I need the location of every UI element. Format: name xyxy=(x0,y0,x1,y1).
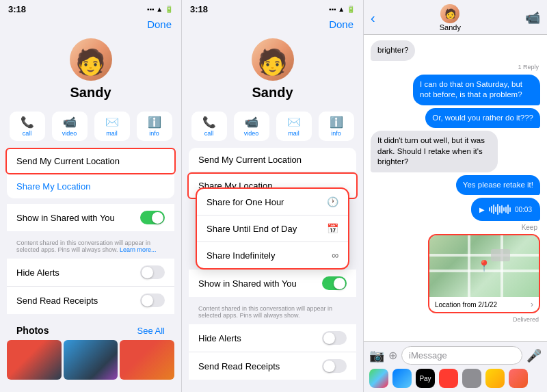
map-message[interactable]: 📍 Location from 2/1/22 › xyxy=(428,234,540,313)
send-read-toggle-2[interactable] xyxy=(322,359,347,373)
status-bar-2: 3:18 ▪▪▪ ▲ 🔋 xyxy=(182,0,363,17)
keep-label[interactable]: Keep xyxy=(522,224,537,231)
message-placeholder: iMessage xyxy=(409,350,447,361)
delivered-label: Delivered xyxy=(513,316,539,323)
appstore-shortcut[interactable] xyxy=(392,369,412,388)
facetime-button[interactable]: 📹 xyxy=(525,10,540,25)
send-location-label-1: Send My Current Location xyxy=(16,156,120,166)
photo-thumb-1b[interactable] xyxy=(64,340,118,380)
msg-received-dark: It didn't turn out well, but it was dark… xyxy=(371,131,498,172)
video-button-2[interactable]: 📹 video xyxy=(234,112,269,141)
camera-button[interactable]: 📷 xyxy=(369,348,384,363)
apps-button[interactable]: ⊕ xyxy=(388,349,397,362)
contact-header-1: 🧑 Sandy xyxy=(0,34,181,107)
applepay-shortcut[interactable]: Pay xyxy=(416,369,435,388)
message-input[interactable]: iMessage xyxy=(401,346,522,365)
video-label-1: video xyxy=(62,130,77,137)
video-icon-2: 📹 xyxy=(245,116,258,129)
send-read-toggle-1[interactable] xyxy=(140,293,165,307)
info-label-1: info xyxy=(149,130,159,137)
send-location-item-1[interactable]: Send My Current Location xyxy=(5,148,176,174)
audio-input-button[interactable]: 🎤 xyxy=(526,348,542,363)
info-button-2[interactable]: ℹ️ info xyxy=(319,112,354,141)
map-image: 📍 xyxy=(429,235,539,297)
nav-bar-2: Done xyxy=(182,17,363,34)
imessage-contact-name: Sandy xyxy=(440,23,461,31)
hide-alerts-row-2: Hide Alerts xyxy=(189,324,356,352)
shared-desc-1: Content shared in this conversation will… xyxy=(7,237,174,259)
learn-more-link-1[interactable]: Learn more... xyxy=(120,246,157,253)
share-location-label-1: Share My Location xyxy=(16,181,90,192)
photos-header-1: Photos See All xyxy=(7,319,174,340)
status-icons-1: ▪▪▪ ▲ 🔋 xyxy=(147,5,173,13)
shared-with-you-section-1: Show in Shared with You xyxy=(7,204,174,231)
red-app-shortcut[interactable] xyxy=(439,369,458,388)
status-time-2: 3:18 xyxy=(190,4,208,14)
calendar-icon: 📅 xyxy=(327,223,338,234)
share-one-hour[interactable]: Share for One Hour 🕐 xyxy=(197,189,348,215)
hide-alerts-label-1: Hide Alerts xyxy=(16,267,59,278)
send-location-item-2[interactable]: Send My Current Location xyxy=(189,148,356,172)
imessage-avatar: 🧑 xyxy=(440,4,459,23)
infinity-icon: ∞ xyxy=(332,250,338,261)
share-indefinitely-label: Share Indefinitely xyxy=(206,250,275,261)
share-one-hour-label: Share for One Hour xyxy=(206,197,284,207)
map-pin: 📍 xyxy=(477,259,491,272)
input-row: 📷 ⊕ iMessage 🎤 xyxy=(369,346,542,365)
mail-label-2: mail xyxy=(288,130,299,137)
send-read-row-2: Send Read Receipts xyxy=(189,352,356,380)
hide-alerts-row-1: Hide Alerts xyxy=(7,259,174,287)
contact-name-1: Sandy xyxy=(70,85,111,101)
show-shared-toggle-1[interactable] xyxy=(140,211,165,224)
msg-sent-rather: Or, would you rather do it??? xyxy=(425,108,540,129)
gray-app-shortcut[interactable] xyxy=(462,369,481,388)
share-end-of-day[interactable]: Share Until End of Day 📅 xyxy=(197,215,348,242)
clock-icon: 🕐 xyxy=(327,196,338,207)
shared-desc-2: Content shared in this conversation will… xyxy=(189,302,356,324)
call-label-2: call xyxy=(204,130,214,137)
app-shortcuts-row: Pay xyxy=(369,369,542,388)
done-button-2[interactable]: Done xyxy=(329,18,353,30)
mail-button-2[interactable]: ✉️ mail xyxy=(276,112,312,141)
mail-label-1: mail xyxy=(106,130,118,137)
play-icon: ▶ xyxy=(479,206,485,213)
photo-thumb-1a[interactable] xyxy=(7,340,62,380)
show-shared-toggle-2[interactable] xyxy=(322,276,347,290)
msg-received-brighter: brighter? xyxy=(371,40,415,61)
call-button-1[interactable]: 📞 call xyxy=(10,112,45,141)
send-location-label-2: Send My Current Location xyxy=(198,155,302,165)
call-button-2[interactable]: 📞 call xyxy=(191,112,227,141)
sticker-shortcut[interactable] xyxy=(509,369,528,388)
photos-header-2: Photos See All xyxy=(189,385,356,392)
show-shared-row-2: Show in Shared with You xyxy=(189,270,356,297)
done-button-1[interactable]: Done xyxy=(147,18,172,30)
contact-name-2: Sandy xyxy=(252,85,293,101)
photo-thumb-1c[interactable] xyxy=(120,340,174,380)
audio-message[interactable]: ▶ 00:03 xyxy=(471,198,540,221)
messages-area: brighter? 1 Reply I can do that on Satur… xyxy=(364,35,547,341)
video-icon-1: 📹 xyxy=(63,116,77,129)
audio-duration: 00:03 xyxy=(515,206,532,213)
alerts-section-2: Hide Alerts Send Read Receipts xyxy=(189,324,356,380)
hide-alerts-toggle-2[interactable] xyxy=(322,331,347,345)
reply-indicator[interactable]: 1 Reply xyxy=(518,64,539,70)
photos-app-shortcut[interactable] xyxy=(369,369,388,388)
back-button[interactable]: ‹ xyxy=(371,10,375,26)
see-all-1[interactable]: See All xyxy=(137,326,165,336)
share-indefinitely[interactable]: Share Indefinitely ∞ xyxy=(197,242,348,268)
share-location-item-1[interactable]: Share My Location xyxy=(7,174,174,198)
hide-alerts-toggle-1[interactable] xyxy=(140,265,165,279)
avatar-2: 🧑 xyxy=(252,38,294,81)
share-end-of-day-label: Share Until End of Day xyxy=(206,224,297,234)
mail-button-1[interactable]: ✉️ mail xyxy=(94,112,130,141)
info-button-1[interactable]: ℹ️ info xyxy=(137,112,172,141)
show-shared-row-1: Show in Shared with You xyxy=(7,204,174,231)
show-shared-label-1: Show in Shared with You xyxy=(16,213,115,223)
imessage-contact-area[interactable]: 🧑 Sandy xyxy=(440,4,461,31)
video-label-2: video xyxy=(244,130,259,137)
memoji-shortcut[interactable] xyxy=(485,369,505,388)
msg-sent-retake: Yes please retake it! xyxy=(456,175,540,196)
map-chevron-icon: › xyxy=(531,300,533,309)
mail-icon-2: ✉️ xyxy=(287,116,301,129)
video-button-1[interactable]: 📹 video xyxy=(52,112,88,141)
